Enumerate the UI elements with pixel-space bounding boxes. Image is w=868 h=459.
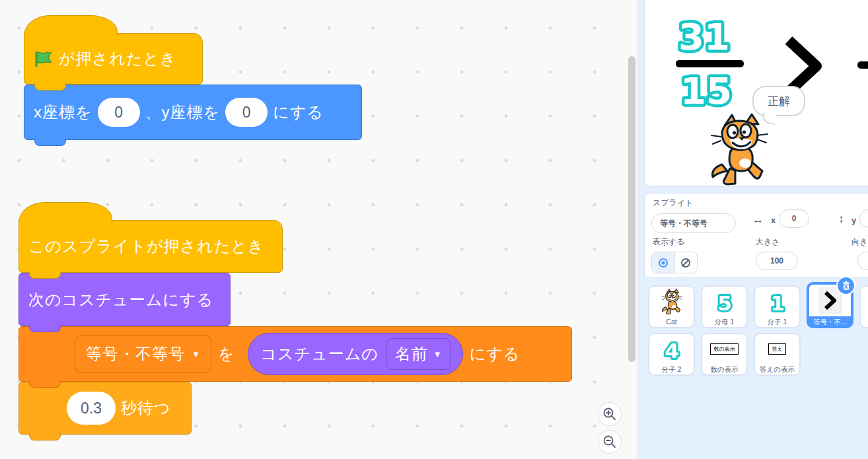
block-label: 次のコスチュームにする xyxy=(28,289,213,310)
zoom-out-button[interactable] xyxy=(598,430,622,454)
svg-text:31: 31 xyxy=(678,15,730,56)
sprite-tile-number-display[interactable]: 数の表示 数の表示 xyxy=(701,333,748,376)
show-label: 表示する xyxy=(653,236,685,248)
code-workspace[interactable]: が押されたとき x座標を 0 、y座標を 0 にする このスプライトが押されたと… xyxy=(0,0,637,459)
block-tab xyxy=(29,325,61,332)
block-next-costume[interactable]: 次のコスチュームにする xyxy=(18,273,231,326)
sprite-tile-numerator2[interactable]: 4 分子 2 xyxy=(648,333,695,376)
fraction-bar-sprite[interactable] xyxy=(676,60,744,67)
svg-text:15: 15 xyxy=(680,69,732,110)
vertical-arrow-icon: ↕ xyxy=(838,213,844,226)
right-fraction-bar-sprite[interactable] xyxy=(857,61,868,69)
sprite-tile-cat[interactable]: Cat xyxy=(648,285,695,328)
cat-sprite[interactable] xyxy=(707,113,771,187)
eye-slash-icon xyxy=(680,258,692,268)
zoom-in-button[interactable] xyxy=(598,402,622,426)
hide-button[interactable] xyxy=(674,252,698,273)
greater-than-thumb xyxy=(823,291,838,310)
block-text: 秒待つ xyxy=(121,398,171,419)
sprite-thumbnail: 4 xyxy=(649,334,694,364)
sprite-tile-label: 分子 2 xyxy=(662,364,682,374)
sprite-panel-title: スプライト xyxy=(653,197,693,209)
sprite-thumbnail xyxy=(649,287,694,316)
wait-duration-input[interactable]: 0.3 xyxy=(67,392,116,425)
sprite-thumbnail: 数の表示 xyxy=(702,334,746,364)
block-when-sprite-clicked[interactable]: このスプライトが押されたとき xyxy=(18,220,283,273)
block-tab xyxy=(29,271,61,279)
y-label: y xyxy=(851,215,856,225)
x-label: x xyxy=(771,215,776,225)
block-tab xyxy=(29,380,61,388)
green-flag-icon xyxy=(34,51,52,67)
sprite-y-input[interactable] xyxy=(859,209,868,228)
block-text: にする xyxy=(273,102,324,123)
sprite-tile-numerator1[interactable]: 1 分子 1 xyxy=(754,285,801,328)
workspace-scrollbar[interactable] xyxy=(628,56,635,362)
sprite-tile-denominator1[interactable]: 5 分母 1 xyxy=(701,285,748,328)
show-button[interactable] xyxy=(652,252,674,273)
hat-dome xyxy=(24,15,118,36)
block-set-variable[interactable]: 等号・不等号 ▼ を コスチュームの 名前 ▼ にする xyxy=(18,326,572,382)
sprite-tile-partial[interactable] xyxy=(859,285,868,328)
zoom-in-icon xyxy=(602,407,617,421)
svg-text:4: 4 xyxy=(665,339,679,363)
sprite-thumbnail: 答え xyxy=(755,334,799,364)
chevron-down-icon: ▼ xyxy=(192,349,200,359)
sprite-tile-label: 数の表示 xyxy=(710,364,738,374)
stage-preview[interactable]: 31 15 正解 xyxy=(644,0,868,187)
reporter-text: コスチュームの xyxy=(260,343,378,365)
sprite-tile-label: 分子 1 xyxy=(768,316,787,327)
sprite-tile-label: 等号・不... xyxy=(813,316,847,327)
chevron-down-icon: ▼ xyxy=(433,349,442,359)
sprite-thumbnail: 5 xyxy=(702,287,746,316)
svg-text:1: 1 xyxy=(770,291,785,315)
sprite-size-input[interactable]: 100 xyxy=(756,252,798,270)
trash-icon xyxy=(842,281,851,291)
variable-dropdown[interactable]: 等号・不等号 ▼ xyxy=(75,335,211,373)
denominator-sprite[interactable]: 15 xyxy=(673,68,739,110)
sprite-tile-label: 分母 1 xyxy=(715,316,735,327)
block-wait[interactable]: 0.3 秒待つ xyxy=(18,382,192,435)
scratch-editor: が押されたとき x座標を 0 、y座標を 0 にする このスプライトが押されたと… xyxy=(0,0,868,459)
x-value-input[interactable]: 0 xyxy=(98,98,140,127)
block-set-xy[interactable]: x座標を 0 、y座標を 0 にする xyxy=(24,85,362,140)
visibility-toggle xyxy=(651,252,698,273)
zoom-out-icon xyxy=(602,435,617,449)
block-tab xyxy=(34,83,66,90)
block-text: を xyxy=(218,343,235,365)
numerator-sprite[interactable]: 31 xyxy=(671,15,737,56)
eye-icon xyxy=(657,258,669,268)
block-tab xyxy=(29,433,61,441)
size-label: 大きさ xyxy=(756,236,780,248)
block-text: x座標を xyxy=(34,102,92,123)
speech-bubble-text: 正解 xyxy=(768,94,790,109)
horizontal-arrow-icon: ↔ xyxy=(752,213,764,227)
y-value-input[interactable]: 0 xyxy=(225,98,268,127)
block-label: が押されたとき xyxy=(59,48,176,69)
sprite-info-panel: スプライト 等号・不等号 ↔ x 0 ↕ y 表示する 大きさ 100 xyxy=(644,193,868,277)
sprite-thumbnail: 1 xyxy=(755,287,799,316)
delete-sprite-button[interactable] xyxy=(836,276,855,295)
sprite-tile-answer-display[interactable]: 答え 答えの表示 xyxy=(754,333,801,376)
sprite-tile-label: 答えの表示 xyxy=(760,364,795,374)
sprite-x-input[interactable]: 0 xyxy=(779,209,809,228)
sprite-direction-input[interactable] xyxy=(857,252,868,270)
costume-attribute-dropdown[interactable]: 名前 ▼ xyxy=(386,338,451,370)
block-when-flag-clicked[interactable]: が押されたとき xyxy=(24,33,203,85)
sprite-tile-label: Cat xyxy=(666,316,676,327)
speech-bubble: 正解 xyxy=(752,86,805,116)
block-text: 、y座標を xyxy=(145,102,221,123)
sprite-name-input[interactable]: 等号・不等号 xyxy=(651,213,736,233)
direction-label: 向き xyxy=(851,236,867,248)
costume-reporter-block[interactable]: コスチュームの 名前 ▼ xyxy=(248,333,462,375)
hat-dome xyxy=(18,202,112,223)
block-text: にする xyxy=(470,343,521,365)
block-label: このスプライトが押されたとき xyxy=(28,236,264,257)
dropdown-value: 名前 xyxy=(395,343,428,365)
block-tab xyxy=(34,139,66,146)
variable-name: 等号・不等号 xyxy=(86,343,185,365)
svg-text:5: 5 xyxy=(717,291,732,315)
